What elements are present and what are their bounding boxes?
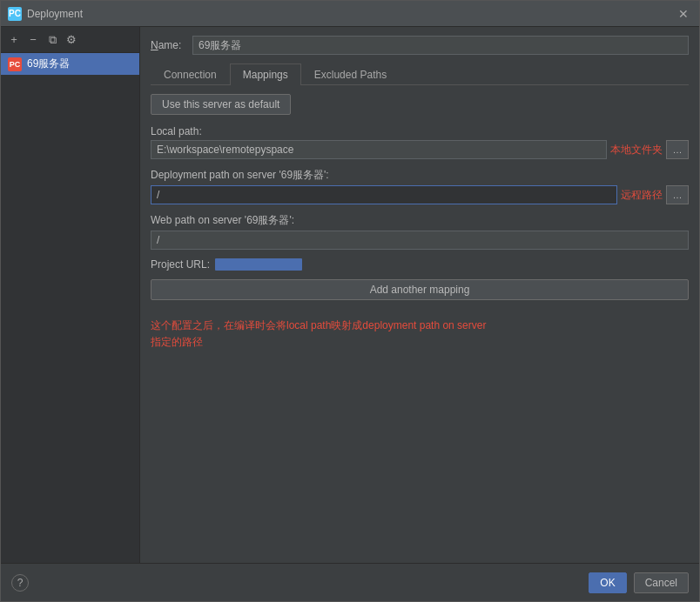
tab-excluded-paths[interactable]: Excluded Paths	[301, 64, 400, 85]
add-mapping-button[interactable]: Add another mapping	[151, 279, 689, 300]
tab-connection[interactable]: Connection	[151, 64, 230, 85]
bottom-buttons: OK Cancel	[589, 572, 689, 593]
help-button[interactable]: ?	[11, 574, 29, 592]
name-row: Name:	[151, 36, 689, 55]
deployment-path-input[interactable]	[151, 185, 617, 204]
deployment-path-row: 远程路径 …	[151, 185, 689, 204]
name-input[interactable]	[192, 36, 689, 55]
project-url-value	[215, 258, 302, 271]
deployment-path-label: Deployment path on server '69服务器':	[151, 168, 689, 183]
copy-server-button[interactable]: ⧉	[44, 32, 60, 48]
web-path-input[interactable]	[151, 231, 689, 250]
project-url-label: Project URL:	[151, 258, 210, 271]
use-default-button[interactable]: Use this server as default	[151, 94, 291, 115]
sidebar: + − ⧉ ⚙ PC 69服务器	[1, 27, 140, 563]
remove-server-button[interactable]: −	[25, 32, 41, 48]
mappings-tab-content: Use this server as default Local path: 本…	[151, 94, 689, 554]
bottom-bar: ? OK Cancel	[1, 563, 699, 601]
ok-button[interactable]: OK	[589, 572, 626, 593]
deployment-dialog: PC Deployment ✕ + − ⧉ ⚙ PC 69服务器 Name:	[0, 0, 700, 602]
project-url-row: Project URL:	[151, 258, 689, 271]
cancel-button[interactable]: Cancel	[634, 572, 689, 593]
name-label: Name:	[151, 39, 185, 51]
right-panel: Name: Connection Mappings Excluded Paths…	[140, 27, 699, 563]
add-server-button[interactable]: +	[6, 32, 22, 48]
server-icon: PC	[8, 57, 22, 71]
local-path-annotation: 本地文件夹	[610, 143, 663, 157]
settings-button[interactable]: ⚙	[64, 32, 79, 48]
annotation-text: 这个配置之后，在编译时会将local path映射成deployment pat…	[151, 318, 689, 351]
local-path-input[interactable]	[151, 140, 607, 159]
server-name: 69服务器	[27, 57, 70, 71]
deployment-path-annotation: 远程路径	[621, 188, 663, 203]
web-path-row	[151, 231, 689, 250]
tabs-bar: Connection Mappings Excluded Paths	[151, 64, 689, 85]
title-bar-text: Deployment	[27, 8, 675, 20]
main-content: + − ⧉ ⚙ PC 69服务器 Name: Connection Mappin…	[1, 27, 699, 563]
local-path-browse-button[interactable]: …	[666, 140, 689, 159]
server-item[interactable]: PC 69服务器	[1, 53, 139, 75]
local-path-label: Local path:	[151, 125, 689, 137]
local-path-row: 本地文件夹 …	[151, 140, 689, 159]
mappings-area: Local path: 本地文件夹 … Deployment path on s…	[151, 125, 689, 554]
sidebar-toolbar: + − ⧉ ⚙	[1, 27, 139, 53]
title-bar: PC Deployment ✕	[1, 1, 699, 27]
app-icon: PC	[8, 7, 22, 21]
close-button[interactable]: ✕	[675, 5, 692, 23]
tab-mappings[interactable]: Mappings	[230, 64, 301, 85]
deployment-path-group: Deployment path on server '69服务器': 远程路径 …	[151, 168, 689, 204]
local-path-group: Local path: 本地文件夹 …	[151, 125, 689, 159]
web-path-label: Web path on server '69服务器':	[151, 213, 689, 228]
web-path-group: Web path on server '69服务器':	[151, 213, 689, 250]
deployment-path-browse-button[interactable]: …	[666, 185, 689, 204]
app-icon-text: PC	[9, 9, 21, 18]
